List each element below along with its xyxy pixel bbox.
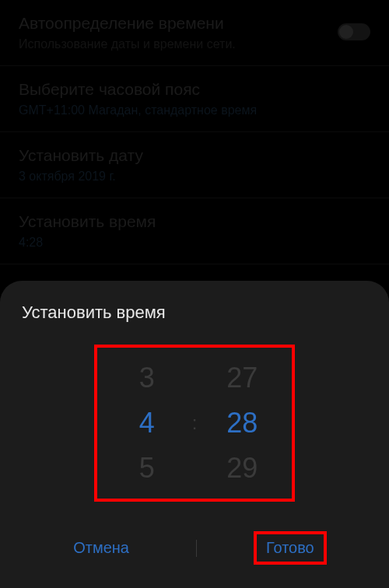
minute-prev[interactable]: 27 [226,362,258,394]
hour-prev[interactable]: 3 [139,362,155,394]
time-picker[interactable]: 3 4 5 : 27 28 29 [94,345,296,502]
time-colon: : [192,412,198,434]
minute-picker[interactable]: 27 28 29 [219,362,265,485]
minute-next[interactable]: 29 [226,452,258,485]
done-button[interactable]: Готово [254,531,327,565]
button-divider [196,540,197,557]
dialog-buttons: Отмена Готово [19,523,370,572]
dialog-title: Установить время [19,303,370,323]
time-picker-dialog: Установить время 3 4 5 : 27 28 29 Отмена… [0,281,389,588]
minute-selected[interactable]: 28 [226,407,258,439]
hour-selected[interactable]: 4 [139,407,155,439]
cancel-button[interactable]: Отмена [62,533,140,563]
hour-next[interactable]: 5 [139,452,155,485]
hour-picker[interactable]: 3 4 5 [124,362,170,485]
time-picker-container: 3 4 5 : 27 28 29 [19,345,370,502]
